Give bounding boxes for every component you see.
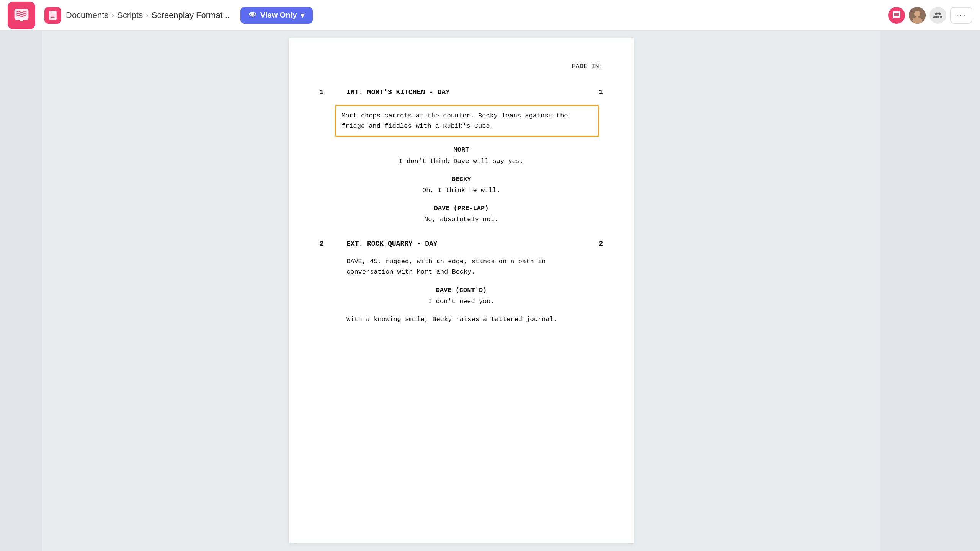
chevron-down-icon: ▾ xyxy=(301,11,304,20)
view-only-button[interactable]: 👁 View Only ▾ xyxy=(240,7,313,24)
svg-point-11 xyxy=(915,11,920,16)
script-page: FADE IN: 1 INT. MORT'S KITCHEN - DAY 1 M… xyxy=(289,38,634,543)
fade-in: FADE IN: xyxy=(320,61,603,72)
main-area: FADE IN: 1 INT. MORT'S KITCHEN - DAY 1 M… xyxy=(0,31,980,551)
dialogue-becky: Oh, I think he will. xyxy=(320,185,603,196)
avatar-pink[interactable] xyxy=(888,7,905,24)
breadcrumb-current: Screenplay Format .. xyxy=(152,10,230,20)
svg-rect-3 xyxy=(20,20,23,21)
avatar-users[interactable] xyxy=(929,7,946,24)
app-logo-icon xyxy=(13,7,29,23)
character-becky: BECKY xyxy=(320,174,603,184)
more-options-button[interactable]: ··· xyxy=(950,7,972,24)
scene-2-number-left: 2 xyxy=(320,238,335,249)
breadcrumb-sep-2: › xyxy=(146,11,149,20)
view-only-label: View Only xyxy=(260,11,297,20)
scene-2-action-text: DAVE, 45, rugged, with an edge, stands o… xyxy=(346,258,546,276)
chat-icon xyxy=(892,11,901,20)
dialogue-dave-contd: I don't need you. xyxy=(320,296,603,306)
scene-2-number-right: 2 xyxy=(588,238,603,249)
scene-1-heading-row: 1 INT. MORT'S KITCHEN - DAY 1 xyxy=(320,87,603,98)
content-area: FADE IN: 1 INT. MORT'S KITCHEN - DAY 1 M… xyxy=(42,31,880,551)
more-dots-icon: ··· xyxy=(956,10,966,20)
dialogue-mort: I don't think Dave will say yes. xyxy=(320,156,603,166)
scene-1-action-highlighted: Mort chops carrots at the counter. Becky… xyxy=(335,105,599,137)
dialogue-dave-prelap: No, absolutely not. xyxy=(320,214,603,225)
topbar: Documents › Scripts › Screenplay Format … xyxy=(0,0,980,31)
avatar-photo[interactable] xyxy=(909,7,926,24)
topbar-right: ··· xyxy=(888,7,972,24)
svg-rect-2 xyxy=(19,18,24,20)
scene-1-block: 1 INT. MORT'S KITCHEN - DAY 1 Mort chops… xyxy=(320,87,603,225)
scene-1-number-left: 1 xyxy=(320,87,335,98)
character-mort: MORT xyxy=(320,145,603,155)
scene-2-heading-row: 2 EXT. ROCK QUARRY - DAY 2 xyxy=(320,238,603,249)
scene-2-action-2: With a knowing smile, Becky raises a tat… xyxy=(320,314,603,324)
scene-2-heading: EXT. ROCK QUARRY - DAY xyxy=(335,238,588,249)
breadcrumb-documents[interactable]: Documents xyxy=(66,10,108,20)
user-avatar-svg xyxy=(909,7,926,24)
left-sidebar xyxy=(0,31,42,551)
scene-1-action-text: Mort chops carrots at the counter. Becky… xyxy=(341,112,568,130)
scene-2-block: 2 EXT. ROCK QUARRY - DAY 2 DAVE, 45, rug… xyxy=(320,238,603,324)
fade-in-text: FADE IN: xyxy=(572,63,603,70)
scene-1-heading: INT. MORT'S KITCHEN - DAY xyxy=(335,87,588,98)
breadcrumb-scripts[interactable]: Scripts xyxy=(117,10,143,20)
svg-rect-6 xyxy=(51,16,54,16)
scene-2-action-1: DAVE, 45, rugged, with an edge, stands o… xyxy=(320,256,603,277)
right-sidebar xyxy=(880,31,980,551)
character-dave-prelap: DAVE (PRE-LAP) xyxy=(320,203,603,214)
character-dave-contd: DAVE (CONT'D) xyxy=(320,285,603,295)
breadcrumb-sep-1: › xyxy=(111,11,114,20)
document-icon xyxy=(44,7,61,24)
scene-2-action-2-text: With a knowing smile, Becky raises a tat… xyxy=(346,316,557,323)
doc-icon-svg xyxy=(48,10,58,20)
breadcrumb: Documents › Scripts › Screenplay Format … xyxy=(66,10,230,20)
eye-icon: 👁 xyxy=(249,11,256,20)
users-icon xyxy=(933,10,943,20)
svg-rect-5 xyxy=(51,15,56,15)
app-logo xyxy=(8,2,35,29)
scene-1-number-right: 1 xyxy=(588,87,603,98)
svg-rect-7 xyxy=(51,17,55,18)
